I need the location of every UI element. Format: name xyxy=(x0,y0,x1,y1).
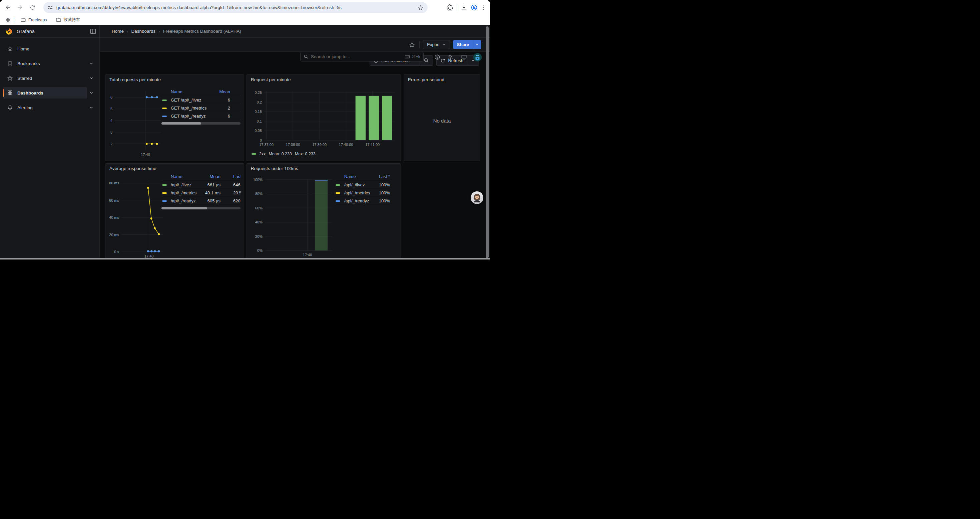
dashboards-grid-icon xyxy=(7,90,13,96)
chevron-down-icon[interactable] xyxy=(89,105,94,110)
series-name[interactable]: GET /api/_/livez xyxy=(167,97,214,102)
series-swatch[interactable] xyxy=(162,115,167,117)
series-name[interactable]: /api/_/metrics xyxy=(341,190,372,195)
series-swatch[interactable] xyxy=(162,184,167,186)
panel-title[interactable]: Requests under 100ms xyxy=(251,166,298,171)
sidebar-item-bookmarks[interactable]: Bookmarks xyxy=(0,58,99,69)
series-name[interactable]: GET /api/_/readyz xyxy=(167,113,214,118)
extensions-icon[interactable] xyxy=(446,4,454,12)
share-button[interactable]: Share xyxy=(453,40,473,49)
series-name[interactable]: /api/_/livez xyxy=(341,182,372,187)
series-mean: 6 xyxy=(214,97,240,102)
series-swatch[interactable] xyxy=(336,192,340,194)
bookmark-folder-blogs[interactable]: 收藏博客 xyxy=(53,16,83,24)
series-swatch[interactable] xyxy=(336,184,340,186)
sidebar-toggle-icon[interactable] xyxy=(90,28,96,35)
browser-toolbar: grafana.mathmast.com/d/deytv4rwavabkb/fr… xyxy=(0,0,490,15)
sidebar-item-starred[interactable]: Starred xyxy=(0,72,99,84)
apps-grid-icon[interactable] xyxy=(4,16,12,24)
under-100ms-chart[interactable]: 100%80%60%40%20%0%17:40 xyxy=(250,178,335,260)
share-button-group: Share xyxy=(453,40,481,49)
page-scrollbar[interactable] xyxy=(486,26,488,258)
chevron-down-icon[interactable] xyxy=(89,91,94,95)
sidebar-item-home[interactable]: Home xyxy=(0,43,99,54)
user-avatar[interactable] xyxy=(473,53,482,61)
reload-icon[interactable] xyxy=(29,4,36,11)
sidebar-item-alerting[interactable]: Alerting xyxy=(0,102,99,113)
grafana-logo-icon[interactable] xyxy=(5,27,13,35)
panel-title[interactable]: Total requests per minute xyxy=(110,77,161,82)
legend-header-name[interactable]: Name xyxy=(167,89,214,94)
series-swatch[interactable] xyxy=(336,200,340,202)
legend-hscrollbar[interactable] xyxy=(161,122,240,125)
help-icon[interactable] xyxy=(434,54,440,60)
svg-text:17:37:00: 17:37:00 xyxy=(259,143,274,147)
legend-header: Name Last * xyxy=(335,172,391,181)
series-name[interactable]: 2xx xyxy=(259,152,266,156)
browser-menu-icon[interactable] xyxy=(479,4,487,12)
search-box[interactable]: ⌘+k xyxy=(300,52,424,61)
refresh-group: Refresh xyxy=(436,56,479,66)
star-icon xyxy=(7,75,13,81)
svg-text:5: 5 xyxy=(110,107,112,111)
breadcrumb-dashboards[interactable]: Dashboards xyxy=(131,29,156,34)
profile-icon[interactable] xyxy=(470,4,478,12)
floating-assistant-avatar[interactable] xyxy=(471,192,483,204)
news-rss-icon[interactable] xyxy=(448,54,453,60)
url-bar[interactable]: grafana.mathmast.com/d/deytv4rwavabkb/fr… xyxy=(43,2,428,13)
request-per-minute-chart[interactable]: 0.250.20.150.10.05017:37:0017:38:0017:39… xyxy=(250,89,398,149)
legend-header-last[interactable]: Last * xyxy=(221,174,240,179)
svg-text:100%: 100% xyxy=(253,178,262,182)
site-settings-icon[interactable] xyxy=(48,5,53,10)
series-swatch[interactable] xyxy=(162,200,167,202)
series-swatch[interactable] xyxy=(162,107,167,109)
grafana-brand-name: Grafana xyxy=(17,29,35,34)
svg-text:4: 4 xyxy=(110,118,112,123)
total-requests-chart[interactable]: 6543217:40 xyxy=(106,89,164,159)
bookmark-folder-freeleaps[interactable]: Freeleaps xyxy=(18,16,50,24)
sidebar-item-dashboards[interactable]: Dashboards xyxy=(0,87,99,99)
url-text[interactable]: grafana.mathmast.com/d/deytv4rwavabkb/fr… xyxy=(56,5,418,10)
panel-errors-per-second: Errors per second No data xyxy=(404,75,480,161)
breadcrumb-home[interactable]: Home xyxy=(112,29,124,34)
back-icon[interactable] xyxy=(4,4,12,11)
favorite-star-icon[interactable] xyxy=(408,41,416,49)
avg-response-legend: Name Mean Last * /api/_/livez 661 µs 646… xyxy=(161,172,240,209)
series-name[interactable]: /api/_/metrics xyxy=(167,190,200,195)
dashboard-toolbar: Export Share xyxy=(100,38,490,52)
panel-title[interactable]: Request per minute xyxy=(251,77,291,82)
series-last: 620 µs xyxy=(221,198,240,203)
series-swatch[interactable] xyxy=(162,99,167,101)
tv-kiosk-icon[interactable] xyxy=(461,54,467,60)
svg-text:40 ms: 40 ms xyxy=(109,216,119,219)
toolbar-divider xyxy=(457,4,457,11)
series-swatch[interactable] xyxy=(162,192,167,194)
legend-header-name[interactable]: Name xyxy=(341,174,372,179)
svg-text:0 s: 0 s xyxy=(114,250,119,254)
legend-header-name[interactable]: Name xyxy=(167,174,200,179)
forward-icon[interactable] xyxy=(16,4,24,11)
breadcrumb-separator: › xyxy=(127,29,129,34)
series-mean: 605 µs xyxy=(200,198,221,203)
svg-text:0: 0 xyxy=(260,138,262,142)
bookmark-star-icon[interactable] xyxy=(418,5,424,11)
series-swatch[interactable] xyxy=(251,153,256,155)
export-button[interactable]: Export xyxy=(423,40,450,49)
downloads-icon[interactable] xyxy=(460,4,468,12)
series-name[interactable]: /api/_/readyz xyxy=(341,198,372,203)
series-name[interactable]: /api/_/readyz xyxy=(167,198,200,203)
legend-row: /api/_/readyz 100% xyxy=(335,197,391,205)
search-input[interactable] xyxy=(311,54,405,59)
panel-title[interactable]: Average response time xyxy=(110,166,156,171)
series-name[interactable]: GET /api/_/metrics xyxy=(167,105,214,110)
legend-hscrollbar[interactable] xyxy=(161,207,240,209)
legend-header-mean[interactable]: Mean xyxy=(214,89,240,94)
legend-row: /api/_/livez 661 µs 646 µs xyxy=(161,181,240,189)
share-menu-caret[interactable] xyxy=(473,40,481,49)
legend-header-mean[interactable]: Mean xyxy=(200,174,221,179)
avg-response-chart[interactable]: 80 ms60 ms40 ms20 ms0 s17:40 xyxy=(108,178,165,260)
chevron-down-icon[interactable] xyxy=(89,76,94,80)
legend-header-last[interactable]: Last * xyxy=(372,174,391,179)
chevron-down-icon[interactable] xyxy=(89,61,94,66)
series-name[interactable]: /api/_/livez xyxy=(167,182,200,187)
